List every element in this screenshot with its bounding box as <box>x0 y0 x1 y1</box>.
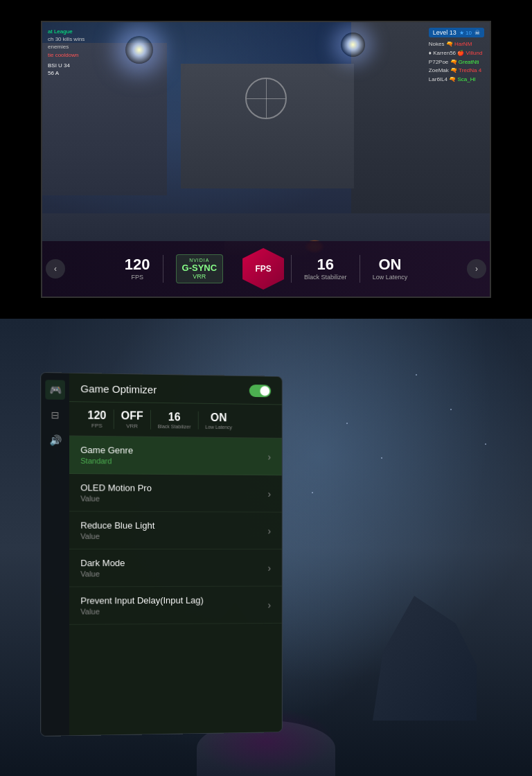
latency-value: ON <box>378 257 401 272</box>
chat-enemies: enemies <box>48 43 85 51</box>
menu-item-dark-mode-value: Value <box>80 570 125 578</box>
particle <box>381 457 382 459</box>
sidebar: 🎮 ⊟ 🔊 <box>41 373 69 736</box>
panel-vrr-value: OFF <box>121 409 143 422</box>
menu-item-oled-motion-left: OLED Motion Pro Value <box>80 482 152 503</box>
panel-fps-stat: 120 FPS <box>80 409 114 429</box>
menu-item-game-genre-value: Standard <box>80 457 133 466</box>
black-label: Black Stabilizer <box>304 274 347 281</box>
player-1: Nokes 🔫 HarNM <box>429 40 484 49</box>
menu-item-oled-motion[interactable]: OLED Motion Pro Value › <box>69 474 282 513</box>
menu-item-reduce-blue-light-left: Reduce Blue Light Value <box>80 520 154 540</box>
latency-label: Low Latency <box>373 274 408 281</box>
menu-item-oled-motion-arrow: › <box>268 488 272 499</box>
particle <box>416 374 417 376</box>
player-5: Lar6IL4 🔫 Sca_HI <box>429 76 484 85</box>
panel-header: Game Optimizer <box>69 373 282 405</box>
hud-top-right: Level 13 ★ 10 ☠ Nokes 🔫 HarNM ♦ Karren56… <box>429 28 484 85</box>
black-value: 16 <box>317 257 334 272</box>
menu-item-game-genre-title: Game Genre <box>80 445 133 456</box>
menu-item-dark-mode[interactable]: Dark Mode Value › <box>69 549 282 587</box>
nav-arrow-left[interactable]: ‹ <box>46 259 65 279</box>
player-2: ♦ Karren56 🍎 Villund <box>429 49 484 58</box>
stats-bar: ‹ 120 FPS NVIDIA G-SYNC VRR FPS 16 Black… <box>42 241 490 297</box>
level-text: Level 13 <box>433 29 456 36</box>
menu-item-input-lag-left: Prevent Input Delay(Input Lag) Value <box>80 595 204 616</box>
menu-item-reduce-blue-light[interactable]: Reduce Blue Light Value › <box>69 511 282 549</box>
chat-cooldown: tie cooldown <box>48 51 85 59</box>
panel-latency-value: ON <box>211 412 227 424</box>
top-section: at League ch 30 kills wins enemies tie c… <box>0 0 532 319</box>
gsync-brand: NVIDIA <box>189 258 209 263</box>
score-display: BSI U 3456 A <box>48 62 85 77</box>
menu-item-dark-mode-arrow: › <box>268 562 272 573</box>
panel-black-value: 16 <box>168 411 181 423</box>
fps-value: 120 <box>125 257 150 272</box>
nav-arrow-right[interactable]: › <box>467 259 486 279</box>
menu-item-reduce-blue-light-value: Value <box>80 532 154 540</box>
menu-item-reduce-blue-light-arrow: › <box>268 525 272 536</box>
panel-vrr-label: VRR <box>126 423 138 429</box>
particle <box>450 409 452 410</box>
menu-item-game-genre[interactable]: Game Genre Standard › <box>69 436 282 476</box>
menu-item-dark-mode-title: Dark Mode <box>80 558 125 568</box>
panel-fps-value: 120 <box>87 409 106 422</box>
fps-hex-badge: FPS <box>242 248 284 290</box>
menu-item-input-lag-title: Prevent Input Delay(Input Lag) <box>80 595 204 606</box>
menu-item-input-lag[interactable]: Prevent Input Delay(Input Lag) Value › <box>69 586 282 624</box>
fps-center-label: FPS <box>255 264 271 274</box>
gsync-stat: NVIDIA G-SYNC VRR <box>163 254 236 283</box>
toggle-switch[interactable] <box>249 385 271 397</box>
panel-stats: 120 FPS OFF VRR 16 Black Stabilizer ON L… <box>69 402 282 439</box>
panel-title: Game Optimizer <box>80 382 157 396</box>
bottom-section: 🎮 ⊟ 🔊 Game Optimizer 120 FPS OFF <box>0 319 532 776</box>
gsync-badge: NVIDIA G-SYNC VRR <box>176 254 224 283</box>
menu-item-game-genre-left: Game Genre Standard <box>80 445 133 466</box>
menu-item-oled-motion-title: OLED Motion Pro <box>80 482 152 493</box>
sidebar-sound-icon[interactable]: 🔊 <box>45 430 65 450</box>
game-screen-top: at League ch 30 kills wins enemies tie c… <box>41 21 491 298</box>
toggle-knob <box>260 386 270 396</box>
fps-stat: 120 FPS <box>112 257 163 281</box>
panel-black-stat: 16 Black Stabilizer <box>151 411 199 430</box>
game-optimizer-panel: Game Optimizer 120 FPS OFF VRR 16 Black … <box>69 373 282 736</box>
sidebar-gamepad-icon[interactable]: 🎮 <box>45 380 65 400</box>
black-stabilizer-stat: 16 Black Stabilizer <box>292 257 360 281</box>
panel-black-label: Black Stabilizer <box>158 424 191 430</box>
latency-stat: ON Low Latency <box>360 257 420 281</box>
particle <box>485 443 486 445</box>
panel-latency-label: Low Latency <box>205 425 232 430</box>
panel-latency-stat: ON Low Latency <box>198 412 239 430</box>
menu-item-reduce-blue-light-title: Reduce Blue Light <box>80 520 154 531</box>
menu-item-input-lag-arrow: › <box>268 599 272 610</box>
player-3: P72Poe 🔫 GreatNti <box>429 58 484 67</box>
menu-item-input-lag-value: Value <box>80 607 204 616</box>
player-4: ZoeMak 🔫 TredNa 4 <box>429 67 484 76</box>
menu-item-game-genre-arrow: › <box>268 451 272 462</box>
particle <box>346 423 348 424</box>
scope <box>245 78 287 119</box>
level-badge: Level 13 ★ 10 ☠ <box>429 28 484 37</box>
icons-bar: ? ⊞ Screen Size ⊟ Multi-view ≡ Game Opti… <box>42 297 490 298</box>
tv-frame: 🎮 ⊟ 🔊 Game Optimizer 120 FPS OFF <box>40 372 283 737</box>
chat-kills: ch 30 kills wins <box>48 35 85 43</box>
light-spot-2 <box>341 33 365 57</box>
panel-fps-label: FPS <box>91 423 103 429</box>
menu-item-dark-mode-left: Dark Mode Value <box>80 558 125 578</box>
sidebar-display-icon[interactable]: ⊟ <box>45 405 65 425</box>
hud-top-left: at League ch 30 kills wins enemies tie c… <box>48 28 85 77</box>
chat-text: at League <box>48 28 85 35</box>
particle <box>312 492 313 493</box>
player-list: Nokes 🔫 HarNM ♦ Karren56 🍎 Villund P72Po… <box>429 40 484 85</box>
skull-icon: ☠ <box>475 29 480 36</box>
menu-item-oled-motion-value: Value <box>80 494 152 503</box>
fps-label: FPS <box>131 274 143 281</box>
gsync-sub: VRR <box>193 273 206 280</box>
gsync-main: G-SYNC <box>182 263 218 273</box>
star-icon: ★ 10 <box>459 30 472 36</box>
panel-vrr-stat: OFF VRR <box>114 409 150 430</box>
light-spot-1 <box>125 36 153 64</box>
